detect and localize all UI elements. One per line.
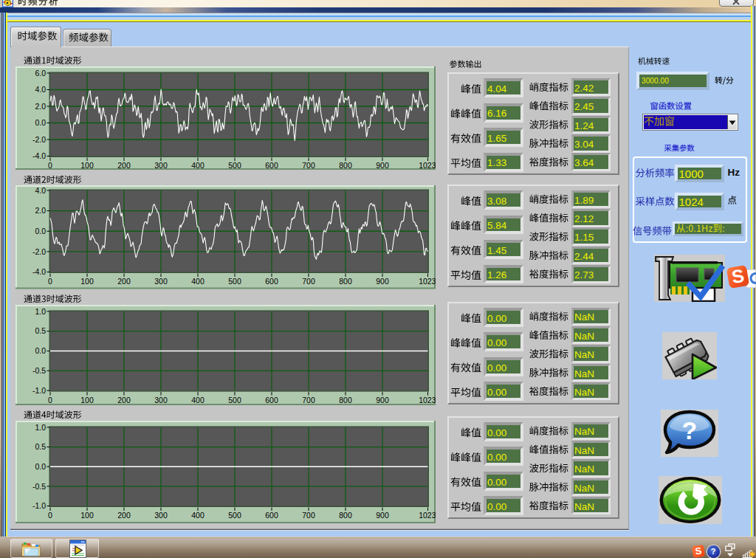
svg-text:300: 300 [154, 277, 168, 286]
svg-text:0: 0 [48, 511, 52, 520]
svg-text:1.0: 1.0 [35, 306, 46, 315]
svg-text:100: 100 [80, 161, 94, 170]
svg-text:300: 300 [154, 395, 168, 404]
svg-text:800: 800 [339, 161, 352, 170]
svg-text:0: 0 [48, 161, 52, 170]
svg-text:0.5: 0.5 [35, 442, 46, 451]
svg-text:500: 500 [228, 277, 241, 286]
svg-text:100: 100 [80, 395, 94, 404]
svg-text:-1.0: -1.0 [32, 385, 46, 394]
svg-text:-0.5: -0.5 [32, 481, 46, 490]
svg-text:700: 700 [302, 277, 315, 286]
svg-text:800: 800 [339, 511, 352, 520]
svg-text:600: 600 [265, 277, 278, 286]
svg-text:200: 200 [117, 511, 131, 520]
svg-text:400: 400 [191, 395, 205, 404]
svg-text:600: 600 [265, 161, 278, 170]
svg-text:700: 700 [302, 511, 315, 520]
svg-text:500: 500 [228, 395, 241, 404]
svg-text:100: 100 [80, 511, 94, 520]
svg-text:1023: 1023 [419, 395, 436, 404]
svg-text:600: 600 [265, 395, 278, 404]
svg-text:100: 100 [80, 277, 94, 286]
svg-text:900: 900 [376, 277, 389, 286]
svg-text:900: 900 [376, 511, 389, 520]
svg-text:900: 900 [376, 395, 389, 404]
svg-text:-1.0: -1.0 [32, 501, 46, 510]
svg-text:6.0: 6.0 [35, 68, 46, 77]
svg-text:1023: 1023 [419, 511, 436, 520]
svg-text:800: 800 [339, 277, 352, 286]
svg-text:2.0: 2.0 [35, 206, 46, 215]
svg-text:400: 400 [191, 277, 205, 286]
svg-text:0.0: 0.0 [35, 118, 46, 127]
svg-text:0.5: 0.5 [35, 326, 46, 335]
svg-text:1023: 1023 [419, 161, 436, 170]
svg-text:-2.0: -2.0 [32, 247, 46, 256]
svg-text:400: 400 [191, 511, 205, 520]
svg-text:-4.0: -4.0 [32, 267, 46, 276]
svg-text:-4.0: -4.0 [32, 151, 46, 160]
svg-text:?: ? [682, 416, 698, 444]
svg-text:0: 0 [48, 395, 52, 404]
svg-text:1023: 1023 [419, 277, 436, 286]
svg-text:200: 200 [117, 277, 131, 286]
svg-text:0.0: 0.0 [35, 346, 46, 355]
svg-text:900: 900 [376, 161, 389, 170]
svg-text:200: 200 [117, 395, 131, 404]
svg-text:2.0: 2.0 [35, 101, 46, 110]
svg-text:300: 300 [154, 511, 168, 520]
svg-text:4.0: 4.0 [35, 85, 46, 94]
svg-text:800: 800 [339, 395, 352, 404]
svg-text:-0.5: -0.5 [32, 366, 46, 375]
svg-text:4.0: 4.0 [35, 186, 46, 195]
svg-text:700: 700 [302, 395, 315, 404]
svg-text:0.0: 0.0 [35, 461, 46, 470]
svg-text:-2.0: -2.0 [32, 134, 46, 143]
svg-text:500: 500 [228, 161, 241, 170]
svg-text:700: 700 [302, 161, 315, 170]
svg-text:600: 600 [265, 511, 278, 520]
svg-text:0: 0 [48, 277, 52, 286]
svg-text:200: 200 [117, 161, 131, 170]
svg-text:1.0: 1.0 [35, 422, 46, 431]
svg-text:400: 400 [191, 161, 205, 170]
svg-text:0.0: 0.0 [35, 227, 46, 235]
svg-text:500: 500 [228, 511, 241, 520]
svg-text:300: 300 [154, 161, 168, 170]
